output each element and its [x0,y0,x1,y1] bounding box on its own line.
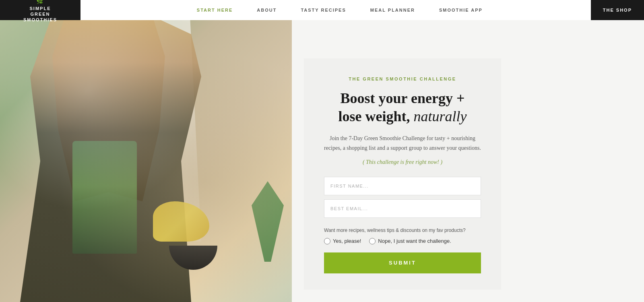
nav-shop-button[interactable]: THE SHOP [591,0,644,20]
challenge-description: Join the 7-Day Green Smoothie Challenge … [324,134,481,153]
logo-leaves-icon: 🌿 [23,0,57,5]
nav-meal-planner[interactable]: MEAL PLANNER [370,8,415,12]
submit-button[interactable]: SUBMIT [324,252,481,273]
nav-start-here[interactable]: START HERE [197,8,233,12]
free-note: ( This challenge is free right now! ) [324,159,481,165]
hero-image [0,0,292,302]
navbar: 🌿 SIMPLE GREEN SMOOTHIES START HERE ABOU… [0,0,644,20]
challenge-form-panel: THE GREEN SMOOTHIE CHALLENGE Boost your … [304,58,501,290]
challenge-label: THE GREEN SMOOTHIE CHALLENGE [324,77,481,81]
hero-overlay [0,0,292,302]
nav-about[interactable]: ABOUT [257,8,277,12]
radio-yes-label: Yes, please! [333,238,361,244]
logo[interactable]: 🌿 SIMPLE GREEN SMOOTHIES [0,0,80,20]
opt-in-text: Want more recipes, wellness tips & disco… [324,227,481,234]
radio-no-input[interactable] [369,238,376,244]
first-name-input[interactable] [324,177,481,195]
main-heading: Boost your energy + lose weight, natural… [324,89,481,126]
nav-links: START HERE ABOUT TASTY RECIPES MEAL PLAN… [80,8,591,12]
radio-yes-option[interactable]: Yes, please! [324,238,361,244]
radio-no-label: Nope, I just want the challenge. [378,238,451,244]
radio-group: Yes, please! Nope, I just want the chall… [324,238,481,244]
nav-tasty-recipes[interactable]: TASTY RECIPES [301,8,346,12]
radio-no-option[interactable]: Nope, I just want the challenge. [369,238,451,244]
email-input[interactable] [324,199,481,218]
radio-yes-input[interactable] [324,238,330,244]
nav-smoothie-app[interactable]: SMOOTHIE APP [439,8,483,12]
logo-text: 🌿 SIMPLE GREEN SMOOTHIES [23,0,57,23]
hero-image-area [0,0,292,302]
